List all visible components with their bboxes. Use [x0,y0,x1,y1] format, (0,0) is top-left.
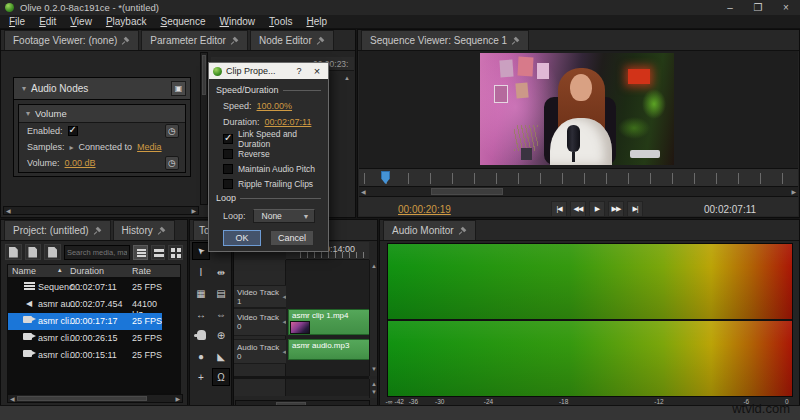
ok-button[interactable]: OK [223,230,261,246]
tree-view-button[interactable] [133,245,148,260]
menu-item-file[interactable]: File [2,16,32,27]
scrollbar-thumb[interactable] [202,55,206,95]
pin-icon[interactable] [317,37,325,45]
scroll-down-arrow-icon[interactable]: ▼ [371,388,377,397]
scroll-right-arrow-icon[interactable]: ▶ [791,188,796,197]
record-tool-button[interactable]: ● [192,347,210,365]
search-input[interactable] [64,245,130,260]
track-area-splitter[interactable] [234,376,369,379]
tab-node-editor[interactable]: Node Editor [250,30,334,50]
pin-icon[interactable] [158,227,166,235]
maximize-button[interactable]: ❐ [744,0,772,15]
scroll-up-arrow-icon[interactable]: ▲ [344,74,350,83]
scroll-up-arrow-icon[interactable]: ▲ [371,262,377,271]
scroll-left-arrow-icon[interactable]: ◀ [6,207,11,216]
column-rate[interactable]: Rate [132,266,151,276]
track-header-video-track-1[interactable]: Video Track 1◂ [234,285,286,308]
audio-tracks-vscrollbar[interactable]: ▲ ▼ [369,379,377,398]
reverse-checkbox[interactable] [223,149,233,159]
keyframe-clock-button[interactable]: ◷ [165,156,179,170]
volume-value-link[interactable]: 0.00 dB [65,158,96,168]
timeline-clip[interactable]: asmr clip 1.mp4 [288,309,372,335]
rolling-tool-button[interactable]: ▤ [212,284,230,302]
menu-item-edit[interactable]: Edit [32,16,63,27]
video-tracks-vscrollbar[interactable]: ▲ ▼ [369,260,377,376]
viewer-timeline-ruler[interactable] [359,168,798,187]
media-row[interactable]: asmr cli...00:00:26:1525 FPS [8,330,162,347]
scroll-left-arrow-icon[interactable]: ◀ [361,188,366,197]
tab-audio-monitor[interactable]: Audio Monitor [383,220,476,240]
enabled-checkbox[interactable] [68,126,78,136]
save-project-button[interactable] [44,244,61,260]
pin-icon[interactable] [231,37,239,45]
menu-item-view[interactable]: View [63,16,99,27]
track-select-tool-button[interactable]: ⇹ [212,263,230,281]
next-frame-button[interactable]: ▶▶ [608,201,624,217]
duration-value-link[interactable]: 00:02:07:11 [265,117,312,127]
media-row[interactable]: Sequenc...00:02:07:1125 FPS [8,279,162,296]
play-button[interactable]: ▶ [589,201,605,217]
hand-tool-button[interactable] [192,326,210,344]
project-hscrollbar[interactable]: ◀ ▶ [7,394,183,403]
loop-dropdown[interactable]: None ▼ [253,209,315,223]
tab-parameter-editor[interactable]: Parameter Editor [141,30,248,50]
tab-footage-viewer[interactable]: Footage Viewer: (none) [4,30,139,50]
column-name[interactable]: Name [12,266,36,276]
transition-tool-button[interactable]: ◣ [212,347,230,365]
scrollbar-thumb[interactable] [17,396,147,401]
project-table-header[interactable]: Name ▴ Duration Rate [7,264,181,278]
pin-icon[interactable] [512,37,520,45]
menu-item-tools[interactable]: Tools [262,16,299,27]
menu-item-sequence[interactable]: Sequence [153,16,212,27]
audio-nodes-header[interactable]: ▾ Audio Nodes ▣ [14,78,190,100]
minimize-button[interactable]: – [716,0,744,15]
pin-icon[interactable] [122,37,130,45]
viewer-hscrollbar[interactable]: ◀ ▶ [359,187,798,197]
list-view-button[interactable] [151,245,166,260]
node-connect-button[interactable]: ▣ [171,81,186,96]
current-timecode[interactable]: 00:00:20:19 [398,204,451,215]
dialog-close-button[interactable]: × [310,65,324,77]
media-row[interactable]: asmr cli...00:00:15:1125 FPS [8,347,162,364]
previous-frame-button[interactable]: ◀◀ [570,201,586,217]
ripple-tool-button[interactable]: ▦ [192,284,210,302]
media-row[interactable]: ◀asmr au...00:02:07.45444100 Hz [8,296,162,313]
menu-item-help[interactable]: Help [299,16,334,27]
scroll-left-arrow-icon[interactable]: ◀ [10,395,15,404]
maintain-audio-pitch-checkbox[interactable] [223,164,233,174]
ripple-trailing-clips-checkbox[interactable] [223,179,233,189]
pin-icon[interactable] [94,227,102,235]
zoom-tool-button[interactable]: ⊕ [212,326,230,344]
scrollbar-thumb[interactable] [431,188,503,195]
parameter-vscrollbar[interactable] [200,52,208,205]
track-header-video-track-0[interactable]: Video Track 0◂ [234,308,286,336]
snapping-tool-button[interactable]: Ω [212,368,230,386]
scroll-down-arrow-icon[interactable]: ▼ [371,365,377,374]
dialog-titlebar[interactable]: Clip Prope... ? × [209,63,328,79]
link-speed-and-duration-checkbox[interactable] [223,134,233,144]
tab-history[interactable]: History [113,220,175,240]
go-to-end-button[interactable]: ▶| [627,201,643,217]
media-row[interactable]: asmr cli...00:00:17:1725 FPS [8,313,162,330]
parameter-hscrollbar[interactable]: ◀ ▶ [3,206,199,215]
close-button[interactable]: × [772,0,800,15]
scroll-right-arrow-icon[interactable]: ▶ [175,395,180,404]
expander-arrow-icon[interactable]: ▸ [70,143,74,152]
keyframe-clock-button[interactable]: ◷ [165,124,179,138]
new-item-button[interactable] [5,244,22,260]
speed-value-link[interactable]: 100.00% [257,101,293,111]
column-duration[interactable]: Duration [70,266,104,276]
menu-item-playback[interactable]: Playback [99,16,154,27]
slide-tool-button[interactable]: ⇔ [212,305,230,323]
icon-view-button[interactable] [168,245,183,260]
edit-tool-button[interactable]: I [192,263,210,281]
open-project-button[interactable] [25,244,42,260]
go-to-start-button[interactable]: |◀ [551,201,567,217]
pin-icon[interactable] [459,227,467,235]
tab-project[interactable]: Project: (untitled) [4,220,111,240]
track-header-audio-track-0[interactable]: Audio Track 0◂ [234,339,286,364]
tab-sequence-viewer[interactable]: Sequence Viewer: Sequence 1 [361,30,529,50]
timeline-clip[interactable]: asmr audio.mp3 [288,339,372,360]
menu-item-window[interactable]: Window [213,16,263,27]
add-tool-button[interactable]: + [192,368,210,386]
